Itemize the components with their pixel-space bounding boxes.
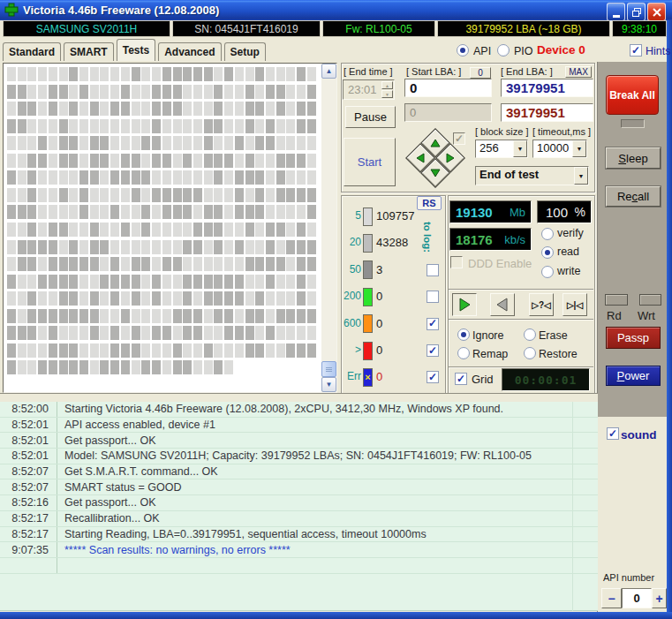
scan-block — [173, 136, 182, 150]
restore-radio[interactable] — [524, 347, 536, 359]
stat-count-50: 3 — [376, 263, 382, 276]
to-log-checkbox-200[interactable] — [427, 291, 439, 303]
info-capacity: 39179952 LBA (~18 GB) — [437, 20, 610, 37]
to-log-checkbox->[interactable]: ✓ — [427, 344, 439, 357]
scan-block — [245, 257, 254, 271]
scan-block — [173, 257, 182, 271]
scan-block — [7, 275, 16, 289]
start-lba-input[interactable]: 0 — [404, 79, 492, 97]
end-lba-input[interactable]: 39179951 — [501, 79, 593, 97]
scan-block — [69, 309, 78, 323]
tab-smart[interactable]: SMART — [64, 42, 114, 61]
pio-radio[interactable] — [497, 44, 510, 57]
hints-checkbox[interactable]: ✓ — [630, 44, 642, 57]
scan-block — [7, 309, 16, 323]
verify-radio[interactable] — [541, 228, 554, 240]
reverse-button[interactable] — [490, 293, 515, 316]
minimize-button[interactable] — [607, 3, 625, 21]
scan-block — [79, 343, 88, 358]
erase-radio[interactable] — [524, 328, 536, 341]
pause-button[interactable]: Pause — [345, 106, 396, 128]
write-radio-label: write — [557, 265, 580, 277]
tab-standard[interactable]: Standard — [3, 42, 61, 61]
power-button[interactable]: Power — [606, 366, 661, 386]
write-radio[interactable] — [541, 266, 554, 278]
scan-block — [90, 136, 99, 150]
scan-block — [297, 309, 306, 323]
remap-radio[interactable] — [457, 347, 470, 359]
log-message: Recallibration... OK — [57, 512, 160, 525]
scan-block — [152, 343, 161, 358]
close-button[interactable] — [647, 3, 666, 21]
ignore-radio[interactable] — [457, 328, 470, 341]
to-log-checkbox-Err[interactable]: ✓ — [427, 371, 439, 383]
grid-checkbox[interactable]: ✓ — [455, 373, 467, 385]
scan-block — [59, 170, 68, 185]
current-lba-input: 0 — [404, 103, 492, 122]
divider — [0, 393, 598, 402]
scan-block — [235, 326, 244, 340]
scroll-up-button[interactable]: ▲ — [321, 64, 336, 79]
sleep-button[interactable]: Sleep — [606, 147, 661, 169]
break-all-button[interactable]: Break All — [606, 75, 659, 115]
step-button[interactable]: ▷|◁ — [563, 293, 587, 316]
scan-block — [49, 309, 57, 323]
api-minus-button[interactable]: − — [601, 588, 622, 608]
scan-block — [307, 343, 316, 358]
passp-button[interactable]: Passp — [606, 327, 661, 349]
scan-block — [100, 85, 109, 99]
end-action-dropdown[interactable]: End of test▼ — [475, 166, 589, 185]
scan-block — [38, 343, 47, 358]
scan-block — [90, 119, 99, 133]
scan-block — [69, 205, 78, 219]
rs-button[interactable]: RS — [417, 196, 442, 210]
scan-block — [59, 326, 68, 340]
scan-block — [297, 154, 306, 168]
log-row: 8:52:07SMART status = GOOD — [0, 479, 598, 495]
ddd-enable-checkbox[interactable] — [450, 256, 463, 268]
start-lba-label: [ Start LBA: ] — [406, 66, 461, 77]
sound-checkbox[interactable]: ✓ — [607, 427, 619, 440]
scan-block — [49, 85, 57, 99]
to-log-checkbox-600[interactable]: ✓ — [427, 318, 439, 330]
scan-block — [162, 240, 171, 254]
api-plus-button[interactable]: + — [652, 588, 667, 608]
zero-button[interactable]: 0 — [470, 67, 491, 79]
recall-button[interactable]: Recall — [606, 186, 661, 207]
to-log-checkbox-50[interactable] — [427, 264, 439, 276]
tab-tests[interactable]: Tests — [117, 39, 155, 61]
tab-setup[interactable]: Setup — [224, 42, 266, 61]
timeout-dropdown[interactable]: 10000▼ — [532, 140, 587, 158]
scan-block — [245, 170, 254, 185]
mb-display: 19130 Mb — [449, 200, 532, 223]
scan-block — [49, 240, 57, 254]
scan-block — [276, 257, 285, 271]
scan-block — [141, 240, 150, 254]
read-radio[interactable] — [541, 246, 554, 259]
scan-block — [162, 205, 171, 219]
scan-block — [255, 309, 264, 323]
stat-label->: > — [335, 343, 361, 356]
end-time-input[interactable]: 23:01 ▲ ▼ — [343, 79, 395, 100]
block-size-dropdown[interactable]: 256▼ — [475, 140, 528, 158]
scan-block — [173, 343, 182, 358]
scan-block — [141, 291, 150, 306]
start-button[interactable]: Start — [344, 138, 396, 186]
api-radio[interactable] — [457, 44, 469, 57]
scan-block — [183, 67, 192, 81]
scan-block — [141, 85, 150, 99]
nav-checkbox[interactable]: ✓ — [453, 132, 465, 145]
tab-advanced[interactable]: Advanced — [158, 42, 221, 61]
scan-block — [297, 291, 306, 306]
max-button[interactable]: MAX — [565, 66, 592, 78]
end-lba-repeat-input[interactable]: 39179951 — [501, 103, 593, 122]
scan-block — [235, 85, 244, 99]
restore-button[interactable] — [627, 3, 646, 21]
seek-button[interactable]: ▷?◁ — [529, 293, 554, 316]
scan-block — [110, 136, 119, 150]
scan-block — [255, 136, 264, 150]
title-bar[interactable]: Victoria 4.46b Freeware (12.08.2008) — [0, 0, 672, 20]
scan-block — [121, 119, 130, 133]
play-button[interactable] — [452, 293, 477, 316]
scan-block — [173, 275, 182, 289]
